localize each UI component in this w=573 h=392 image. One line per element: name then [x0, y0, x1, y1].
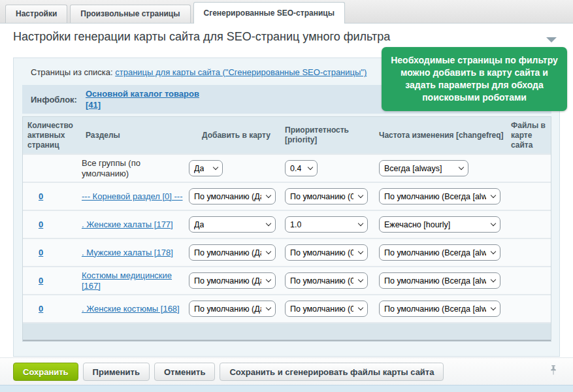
- priority-cell: По умолчанию (0.4): [280, 244, 374, 261]
- changefreq-select[interactable]: По умолчанию (Всегда [always]): [379, 272, 500, 289]
- cancel-button[interactable]: Отменить: [154, 363, 216, 381]
- tab-bar: НастройкиПроизвольные страницыСгенериров…: [0, 0, 573, 24]
- select-value: Всегда [always]: [384, 164, 442, 173]
- add-cell: По умолчанию (Да): [184, 272, 280, 289]
- priority-select[interactable]: По умолчанию (0.4): [285, 244, 368, 261]
- add-cell: По умолчанию (Да): [184, 244, 280, 261]
- chevron-down-icon: [491, 221, 496, 226]
- section-link[interactable]: . Мужские халаты [178]: [82, 248, 173, 257]
- changefreq-select[interactable]: По умолчанию (Всегда [always]): [379, 301, 500, 317]
- select-value: 1.0: [290, 220, 301, 229]
- select-value: По умолчанию (Да): [194, 276, 261, 286]
- column-header-sections: Разделы: [80, 117, 184, 154]
- changefreq-select[interactable]: По умолчанию (Всегда [always]): [379, 188, 500, 204]
- priority-select[interactable]: По умолчанию (0.4): [285, 301, 368, 317]
- save-button[interactable]: Сохранить: [13, 363, 78, 381]
- select-value: По умолчанию (Всегда [always]): [384, 304, 486, 314]
- chevron-down-icon: [266, 305, 271, 310]
- section-cell: Костюмы медицинские [167]: [80, 270, 184, 291]
- table-row: 0Костюмы медицинские [167]По умолчанию (…: [23, 266, 551, 294]
- select-value: 0.4: [290, 164, 301, 173]
- tab-list: НастройкиПроизвольные страницыСгенериров…: [5, 0, 348, 23]
- priority-select[interactable]: По умолчанию (0.4): [285, 188, 368, 204]
- add-cell: По умолчанию (Да): [184, 301, 280, 317]
- section-cell: --- Корневой раздел [0] ---: [80, 191, 184, 202]
- changefreq-cell: По умолчанию (Всегда [always]): [374, 272, 508, 289]
- section-cell: . Женские халаты [177]: [80, 220, 184, 230]
- priority-cell: По умолчанию (0.4): [280, 272, 374, 289]
- table-footer-strip: [23, 322, 551, 341]
- active-pages-count-link[interactable]: 0: [39, 304, 43, 314]
- priority-select[interactable]: 0.4: [285, 160, 318, 176]
- active-pages-cell: 0: [23, 220, 80, 229]
- seo-pages-list-link[interactable]: страницы для карты сайта ("Сгенерированн…: [115, 67, 367, 77]
- page-bottom-strip: [0, 385, 573, 392]
- chevron-down-icon: [266, 193, 271, 198]
- chevron-down-icon: [308, 165, 313, 170]
- section-link[interactable]: --- Корневой раздел [0] ---: [82, 191, 183, 201]
- priority-select[interactable]: 1.0: [285, 216, 368, 233]
- add-cell: По умолчанию (Да): [184, 188, 280, 204]
- tab-generated-seo-pages[interactable]: Сгенерированные SEO-страницы: [193, 2, 345, 24]
- pushpin-icon[interactable]: [549, 365, 557, 378]
- pages-list-label: Страницы из списка:: [31, 67, 113, 77]
- infoblock-link[interactable]: Основной каталог товаров [41]: [86, 88, 216, 110]
- chevron-down-icon: [358, 277, 363, 282]
- column-header-add-to-map: Добавить в карту: [184, 117, 280, 154]
- chevron-down-icon: [491, 277, 496, 282]
- table-row: 0. Мужские халаты [178]По умолчанию (Да)…: [23, 238, 551, 266]
- section-cell: . Мужские халаты [178]: [80, 248, 184, 258]
- button-bar: Сохранить Применить Отменить Сохранить и…: [0, 357, 573, 385]
- add-to-map-select[interactable]: Да: [189, 216, 276, 233]
- chevron-down-icon: [358, 305, 363, 310]
- active-pages-cell: 0: [23, 191, 80, 201]
- column-header-active-pages: Количество активных страниц: [23, 117, 80, 154]
- active-pages-count-link[interactable]: 0: [39, 220, 43, 229]
- priority-select[interactable]: По умолчанию (0.4): [285, 272, 368, 289]
- select-value: Ежечасно [hourly]: [384, 220, 450, 229]
- chevron-down-icon: [358, 249, 363, 254]
- changefreq-select[interactable]: Ежечасно [hourly]: [379, 216, 500, 233]
- section-cell: Все группы (по умолчанию): [80, 158, 184, 179]
- chevron-down-icon: [358, 221, 363, 226]
- active-pages-count-link[interactable]: 0: [39, 191, 43, 201]
- chevron-down-icon: [266, 221, 271, 226]
- add-to-map-select[interactable]: По умолчанию (Да): [189, 272, 276, 289]
- changefreq-cell: По умолчанию (Всегда [always]): [374, 244, 508, 261]
- priority-cell: 1.0: [280, 216, 374, 233]
- active-pages-count-link[interactable]: 0: [39, 276, 43, 286]
- save-and-generate-button[interactable]: Сохранить и сгенерировать файлы карты са…: [220, 363, 444, 381]
- select-value: По умолчанию (0.4): [290, 248, 353, 257]
- section-link[interactable]: Костюмы медицинские [167]: [82, 270, 172, 291]
- tab-custom-pages[interactable]: Произвольные страницы: [70, 5, 190, 23]
- pages-list-line: Страницы из списка: страницы для карты с…: [31, 67, 367, 77]
- priority-cell: По умолчанию (0.4): [280, 301, 374, 317]
- add-to-map-select[interactable]: По умолчанию (Да): [189, 244, 276, 261]
- chevron-down-icon: [266, 277, 271, 282]
- sitemap-sections-table: Количество активных страницРазделыДобави…: [22, 116, 551, 342]
- section-cell: . Женские костюмы [168]: [80, 304, 184, 314]
- table-row: Все группы (по умолчанию)Да0.4Всегда [al…: [23, 154, 551, 182]
- changefreq-select[interactable]: Всегда [always]: [379, 160, 468, 176]
- active-pages-cell: 0: [23, 304, 80, 314]
- apply-button[interactable]: Применить: [83, 363, 150, 381]
- table-row: 0. Женские костюмы [168]По умолчанию (Да…: [23, 294, 551, 322]
- tab-settings[interactable]: Настройки: [5, 5, 67, 23]
- section-link[interactable]: . Женские костюмы [168]: [82, 304, 180, 314]
- chevron-down-icon: [491, 193, 496, 198]
- section-link[interactable]: . Женские халаты [177]: [82, 220, 173, 229]
- column-header-changefreq: Частота изменения [changefreq]: [374, 117, 508, 154]
- add-cell: Да: [184, 216, 280, 233]
- hint-tooltip: Необходимые страницы по фильтру можно до…: [382, 47, 567, 111]
- changefreq-select[interactable]: По умолчанию (Всегда [always]): [379, 244, 500, 261]
- table-body: Все группы (по умолчанию)Да0.4Всегда [al…: [23, 154, 551, 322]
- select-value: По умолчанию (0.4): [290, 304, 353, 314]
- add-to-map-select[interactable]: По умолчанию (Да): [189, 188, 276, 204]
- chevron-down-icon[interactable]: [546, 37, 557, 42]
- active-pages-cell: 0: [23, 248, 80, 257]
- active-pages-count-link[interactable]: 0: [39, 248, 43, 257]
- add-to-map-select[interactable]: По умолчанию (Да): [189, 301, 276, 317]
- table-row: 0. Женские халаты [177]Да1.0Ежечасно [ho…: [23, 210, 551, 238]
- select-value: По умолчанию (Всегда [always]): [384, 192, 486, 201]
- add-to-map-select[interactable]: Да: [189, 160, 223, 176]
